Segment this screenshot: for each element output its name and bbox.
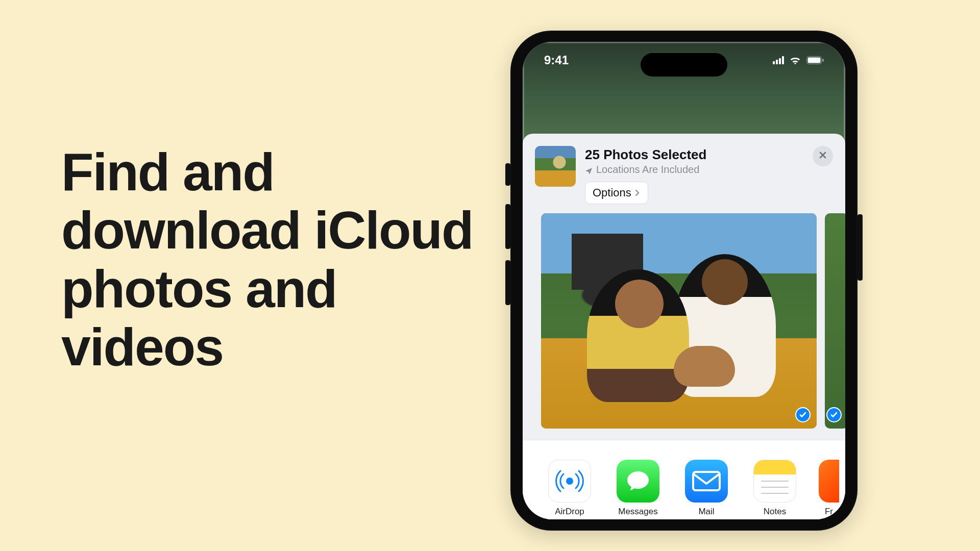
- photo-content: [541, 213, 817, 429]
- svg-rect-4: [693, 472, 720, 490]
- share-subtitle-text: Locations Are Included: [596, 164, 699, 176]
- app-label: Fr: [825, 507, 833, 517]
- photo-preview-next[interactable]: [825, 213, 845, 429]
- share-sheet-title: 25 Photos Selected: [585, 147, 833, 163]
- cellular-icon: [773, 56, 784, 64]
- share-app-messages[interactable]: Messages: [614, 460, 663, 517]
- phone-volume-down: [505, 260, 510, 305]
- share-apps-row[interactable]: AirDrop Messages Mail: [523, 440, 845, 519]
- app-label: Notes: [764, 507, 786, 517]
- selected-check-icon: [826, 407, 842, 422]
- share-sheet: 25 Photos Selected Locations Are Include…: [523, 134, 845, 519]
- options-button[interactable]: Options: [585, 182, 648, 204]
- options-label: Options: [593, 186, 631, 199]
- app-label: AirDrop: [555, 507, 584, 517]
- app-label: Messages: [618, 507, 657, 517]
- dynamic-island: [641, 53, 727, 77]
- phone-mute-switch: [505, 163, 510, 186]
- wifi-icon: [789, 56, 801, 65]
- notes-icon: [753, 460, 796, 503]
- photo-preview-row[interactable]: [523, 209, 845, 429]
- app-label: Mail: [698, 507, 714, 517]
- share-sheet-header: 25 Photos Selected Locations Are Include…: [523, 134, 845, 209]
- photo-content: [825, 213, 845, 429]
- share-app-mail[interactable]: Mail: [682, 460, 731, 517]
- close-button[interactable]: [813, 146, 833, 166]
- share-sheet-subtitle: Locations Are Included: [585, 164, 833, 176]
- share-header-text: 25 Photos Selected Locations Are Include…: [585, 146, 833, 204]
- phone-frame: 9:41 25 Photos Sele: [510, 31, 857, 531]
- phone-mockup: 9:41 25 Photos Sele: [510, 31, 857, 531]
- share-app-more[interactable]: Fr: [819, 460, 839, 517]
- close-icon: [818, 151, 827, 162]
- selection-thumbnail[interactable]: [535, 146, 576, 187]
- svg-rect-2: [822, 59, 824, 62]
- status-time: 9:41: [544, 53, 569, 67]
- share-app-airdrop[interactable]: AirDrop: [545, 460, 594, 517]
- headline-text: Find and download iCloud photos and vide…: [61, 143, 480, 377]
- svg-point-3: [566, 478, 573, 485]
- selected-check-icon: [795, 407, 811, 422]
- messages-icon: [617, 460, 659, 503]
- photo-preview-main[interactable]: [541, 213, 817, 429]
- location-arrow-icon: [585, 166, 593, 174]
- chevron-right-icon: [634, 186, 641, 199]
- phone-screen: 9:41 25 Photos Sele: [523, 42, 845, 519]
- airdrop-icon: [548, 460, 591, 503]
- phone-power-button: [857, 214, 863, 281]
- mail-icon: [685, 460, 728, 503]
- svg-rect-1: [808, 58, 821, 63]
- app-icon-partial: [819, 460, 839, 503]
- phone-volume-up: [505, 204, 510, 249]
- status-icons: [773, 56, 824, 65]
- share-app-notes[interactable]: Notes: [750, 460, 799, 517]
- battery-icon: [806, 56, 824, 64]
